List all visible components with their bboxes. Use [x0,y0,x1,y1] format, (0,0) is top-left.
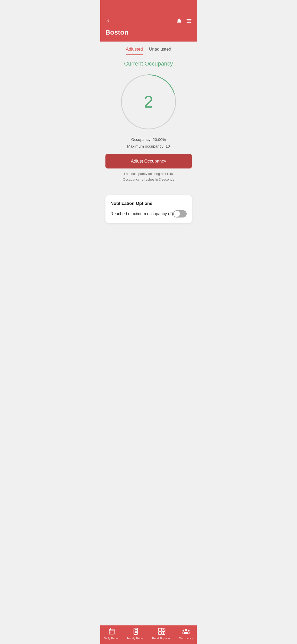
svg-rect-11 [135,629,137,631]
daily-report-icon [108,628,115,636]
page-title: Boston [105,28,192,36]
occupancy-percent: Occupancy: 20.00% [127,136,170,143]
svg-rect-14 [158,628,161,631]
occupancy-number: 2 [144,92,153,111]
back-button[interactable] [105,18,111,25]
header-icons [176,18,192,25]
nav-item-retail-equation[interactable]: Retail Equation [152,628,171,640]
svg-rect-5 [109,629,114,634]
menu-icon[interactable] [186,18,192,25]
nav-label-occupancy: Occupancy [179,637,193,640]
notification-toggle[interactable] [173,210,187,218]
tab-unadjusted[interactable]: Unadjusted [149,47,171,55]
bottom-navigation: Daily Report Hourly Report [100,625,197,644]
retail-equation-icon [158,628,165,636]
notification-panel: Notification Options Reached maximum occ… [105,195,192,223]
occupancy-info: Occupancy: 20.00% Maximum occupancy: 10 [127,136,170,149]
main-content: Current Occupancy 2 Occupancy: 20.00% Ma… [100,55,197,249]
nav-item-hourly-report[interactable]: Hourly Report [127,628,145,640]
header: Boston [100,8,197,42]
occupancy-icon [182,628,190,636]
last-tailoring: Last occupancy tailoring at 11:46 [123,171,174,177]
svg-rect-9 [110,632,111,632]
refresh-countdown: Occupancy refreshes in 3 seconds [123,177,174,182]
hourly-report-icon [133,628,139,636]
svg-point-22 [185,629,187,631]
tab-adjusted[interactable]: Adjusted [126,47,143,55]
nav-label-hourly-report: Hourly Report [127,637,145,640]
toggle-thumb [174,211,180,217]
header-top [105,18,192,25]
section-title: Current Occupancy [124,60,173,67]
svg-rect-16 [158,632,161,634]
refresh-info: Last occupancy tailoring at 11:46 Occupa… [123,171,174,182]
notification-title: Notification Options [111,201,187,206]
nav-label-daily-report: Daily Report [104,637,120,640]
nav-item-daily-report[interactable]: Daily Report [104,628,120,640]
max-occupancy: Maximum occupancy: 10 [127,143,170,150]
notification-label: Reached maximum occupancy (#) [111,212,173,216]
occupancy-gauge: 2 [119,72,178,132]
tabs-container: Adjusted Unadjusted [100,42,197,55]
notification-row: Reached maximum occupancy (#) [111,210,187,218]
nav-label-retail-equation: Retail Equation [152,637,171,640]
svg-rect-10 [134,628,138,634]
svg-point-23 [183,630,184,632]
nav-item-occupancy[interactable]: Occupancy [179,628,193,640]
toggle-track[interactable] [173,210,187,218]
status-bar [100,0,197,8]
svg-point-24 [188,630,189,632]
bell-icon[interactable] [176,18,182,25]
adjust-occupancy-button[interactable]: Adjust Occupancy [105,154,192,168]
